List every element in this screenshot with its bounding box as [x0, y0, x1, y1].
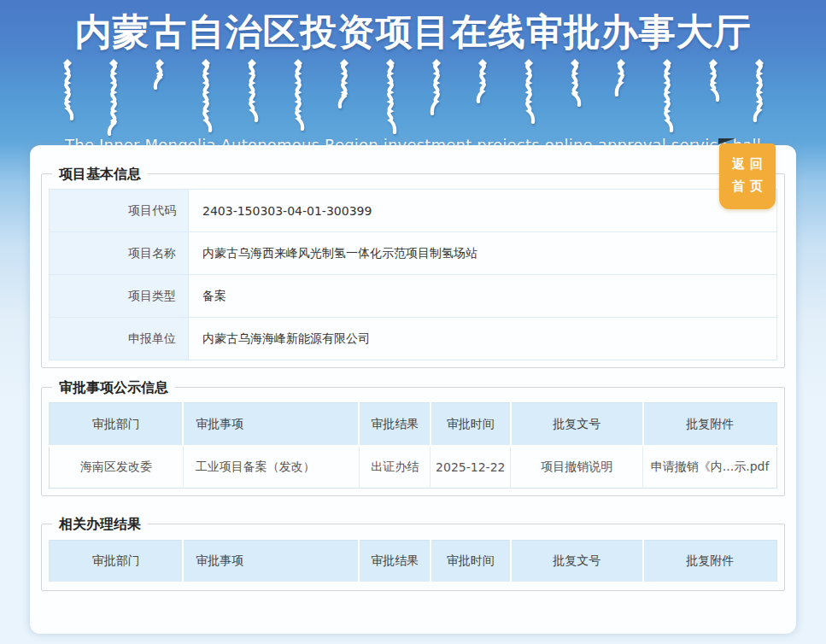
- approval-item-cell: 工业项目备案（发改）: [183, 446, 359, 489]
- table-row: 申报单位 内蒙古乌海海峰新能源有限公司: [50, 318, 777, 360]
- table-row: 海南区发改委 工业项目备案（发改） 出证办结 2025-12-22 项目撤销说明…: [50, 446, 777, 489]
- col-approval-item: 审批事项: [183, 540, 359, 583]
- page-title: 内蒙古自治区投资项目在线审批办事大厅: [0, 0, 826, 57]
- related-results-table: 审批部门 审批事项 审批结果 审批时间 批复文号 批复附件: [49, 540, 777, 584]
- col-approval-dept: 审批部门: [50, 403, 184, 446]
- project-name-value: 内蒙古乌海西来峰风光制氢一体化示范项目制氢场站: [189, 232, 777, 275]
- table-row: 项目类型 备案: [50, 275, 777, 318]
- project-code-value: 2403-150303-04-01-300399: [189, 190, 777, 232]
- section-approval-publicity: 审批事项公示信息 审批部门 审批事项 审批结果 审批时间 批复文号 批复附件: [41, 379, 785, 496]
- project-type-label: 项目类型: [50, 275, 189, 318]
- col-approval-item: 审批事项: [183, 403, 359, 446]
- page-header: 内蒙古自治区投资项目在线审批办事大厅 The Inner Mongolia Au…: [0, 0, 826, 145]
- section-related-results: 相关办理结果 审批部门 审批事项 审批结果 审批时间 批复文号 批复附件: [41, 516, 785, 591]
- project-info-table: 项目代码 2403-150303-04-01-300399 项目名称 内蒙古乌海…: [49, 189, 777, 360]
- col-reply-attachment: 批复附件: [643, 540, 777, 583]
- back-home-label-line1: 返回: [719, 154, 776, 176]
- section-legend: 审批事项公示信息: [52, 379, 175, 395]
- approval-result-cell: 出证办结: [359, 446, 430, 489]
- applicant-unit-value: 内蒙古乌海海峰新能源有限公司: [189, 318, 777, 360]
- col-reply-doc-no: 批复文号: [511, 540, 643, 583]
- col-approval-time: 审批时间: [431, 403, 511, 446]
- col-approval-result: 审批结果: [359, 403, 430, 446]
- back-home-label-line2: 首页: [719, 176, 776, 198]
- col-approval-result: 审批结果: [359, 540, 430, 583]
- project-code-label: 项目代码: [50, 190, 189, 232]
- back-home-button[interactable]: 返回 首页: [719, 143, 776, 209]
- col-approval-time: 审批时间: [431, 540, 511, 583]
- ribbon-fold-icon: [718, 138, 735, 144]
- mongolian-script-icon: [0, 59, 826, 134]
- table-row: 项目名称 内蒙古乌海西来峰风光制氢一体化示范项目制氢场站: [50, 232, 777, 275]
- approval-publicity-table: 审批部门 审批事项 审批结果 审批时间 批复文号 批复附件 海南区发改委 工业项…: [49, 402, 777, 489]
- section-legend: 项目基本信息: [52, 166, 148, 182]
- attachment-link[interactable]: 申请撤销《内...示.pdf: [643, 446, 777, 489]
- page: 内蒙古自治区投资项目在线审批办事大厅 The Inner Mongolia Au…: [0, 0, 826, 644]
- content-panel: 返回 首页 项目基本信息 项目代码 2403-150303-04-01-3003…: [30, 145, 796, 634]
- section-project-basic-info: 项目基本信息 项目代码 2403-150303-04-01-300399 项目名…: [41, 166, 785, 368]
- col-approval-dept: 审批部门: [50, 540, 184, 583]
- table-header-row: 审批部门 审批事项 审批结果 审批时间 批复文号 批复附件: [50, 403, 777, 446]
- approval-time-cell: 2025-12-22: [431, 446, 511, 489]
- col-reply-attachment: 批复附件: [643, 403, 777, 446]
- table-header-row: 审批部门 审批事项 审批结果 审批时间 批复文号 批复附件: [50, 540, 777, 583]
- applicant-unit-label: 申报单位: [50, 318, 189, 360]
- project-type-value: 备案: [189, 275, 777, 318]
- col-reply-doc-no: 批复文号: [511, 403, 643, 446]
- table-row: 项目代码 2403-150303-04-01-300399: [50, 190, 777, 232]
- approval-dept-cell: 海南区发改委: [50, 446, 184, 489]
- project-name-label: 项目名称: [50, 232, 189, 275]
- reply-doc-no-cell: 项目撤销说明: [511, 446, 643, 489]
- section-legend: 相关办理结果: [52, 516, 148, 532]
